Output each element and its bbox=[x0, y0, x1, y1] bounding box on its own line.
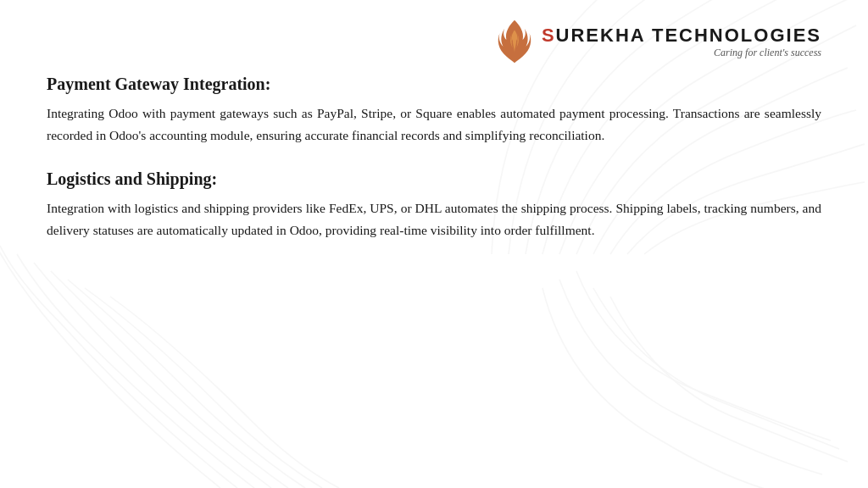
page-wrapper: SUREKHA TECHNOLOGIES Caring for client's… bbox=[0, 0, 868, 281]
logo-s-letter: S bbox=[542, 25, 556, 46]
logo-name: SUREKHA TECHNOLOGIES bbox=[542, 25, 821, 47]
header: SUREKHA TECHNOLOGIES Caring for client's… bbox=[47, 17, 821, 66]
logo-icon bbox=[494, 17, 535, 66]
logo-tagline: Caring for client's success bbox=[542, 47, 821, 59]
payment-gateway-title-text: Payment Gateway Integration: bbox=[47, 75, 270, 93]
logo-text-block: SUREKHA TECHNOLOGIES Caring for client's… bbox=[542, 25, 821, 59]
logistics-shipping-section: Logistics and Shipping: Integration with… bbox=[47, 169, 821, 241]
logistics-shipping-title-text: Logistics and Shipping: bbox=[47, 169, 217, 188]
logo-full-name: UREKHA TECHNOLOGIES bbox=[556, 25, 821, 46]
logistics-shipping-title: Logistics and Shipping: bbox=[47, 169, 821, 189]
payment-gateway-title: Payment Gateway Integration: bbox=[47, 75, 821, 94]
payment-gateway-body: Integrating Odoo with payment gateways s… bbox=[47, 103, 821, 146]
main-content: Payment Gateway Integration: Integrating… bbox=[47, 75, 821, 241]
payment-gateway-section: Payment Gateway Integration: Integrating… bbox=[47, 75, 821, 146]
logo-name-text: SUREKHA TECHNOLOGIES bbox=[542, 25, 821, 46]
logo-container: SUREKHA TECHNOLOGIES Caring for client's… bbox=[494, 17, 821, 66]
logistics-shipping-body: Integration with logistics and shipping … bbox=[47, 197, 821, 241]
